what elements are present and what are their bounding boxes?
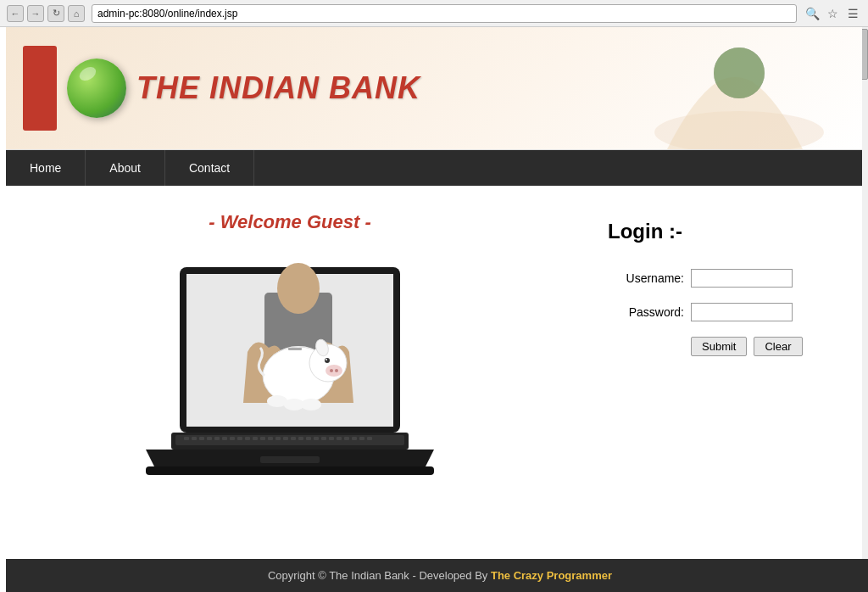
svg-point-13	[335, 369, 338, 372]
footer-text: Copyright © The Indian Bank - Developed …	[268, 569, 491, 582]
svg-point-11	[326, 365, 342, 377]
site-wrapper: THE INDIAN BANK Home About Contact - Wel…	[6, 27, 862, 587]
svg-rect-46	[359, 437, 364, 440]
forward-button[interactable]: →	[27, 5, 44, 22]
svg-rect-33	[260, 437, 265, 440]
password-input[interactable]	[691, 303, 793, 321]
svg-rect-47	[367, 437, 372, 440]
password-label: Password:	[608, 305, 684, 319]
svg-rect-25	[199, 437, 204, 440]
svg-rect-37	[291, 437, 296, 440]
svg-rect-28	[222, 437, 227, 440]
svg-rect-40	[314, 437, 319, 440]
menu-icon[interactable]: ☰	[844, 5, 861, 22]
svg-rect-27	[214, 437, 220, 440]
svg-point-14	[325, 358, 330, 363]
star-icon[interactable]: ☆	[824, 5, 841, 22]
svg-rect-39	[306, 437, 311, 440]
username-row: Username:	[608, 269, 828, 288]
logo-title: THE INDIAN BANK	[136, 70, 420, 106]
address-bar[interactable]	[92, 4, 797, 23]
footer-link[interactable]: The Crazy Programmer	[491, 569, 612, 582]
svg-rect-32	[253, 437, 258, 440]
logo-red-accent	[23, 46, 57, 131]
logo-globe	[67, 59, 126, 118]
username-label: Username:	[608, 271, 684, 285]
main-content: - Welcome Guest -	[6, 186, 862, 559]
navigation-bar: Home About Contact	[6, 150, 862, 186]
form-buttons: Submit Clear	[691, 337, 828, 356]
svg-rect-38	[298, 437, 303, 440]
home-button[interactable]: ⌂	[68, 5, 85, 22]
clear-button[interactable]: Clear	[754, 337, 802, 356]
svg-rect-49	[260, 456, 320, 463]
svg-rect-44	[344, 437, 349, 440]
login-title: Login :-	[608, 220, 828, 243]
site-header: THE INDIAN BANK	[6, 27, 862, 150]
left-section: - Welcome Guest -	[6, 203, 574, 542]
svg-rect-48	[146, 466, 434, 475]
svg-rect-29	[230, 437, 235, 440]
back-button[interactable]: ←	[7, 5, 24, 22]
browser-toolbar: ← → ↻ ⌂ 🔍 ☆ ☰	[0, 0, 868, 27]
svg-rect-31	[245, 437, 250, 440]
svg-rect-17	[288, 348, 302, 350]
nav-item-contact[interactable]: Contact	[165, 150, 254, 186]
username-input[interactable]	[691, 269, 793, 288]
nav-item-about[interactable]: About	[86, 150, 165, 186]
svg-rect-42	[329, 437, 334, 440]
laptop-illustration	[129, 250, 451, 513]
svg-point-15	[326, 359, 327, 360]
svg-rect-45	[352, 437, 357, 440]
password-row: Password:	[608, 303, 828, 321]
logo-area: THE INDIAN BANK	[23, 46, 420, 131]
svg-rect-30	[237, 437, 242, 440]
refresh-button[interactable]: ↻	[47, 5, 64, 22]
laptop-svg	[129, 250, 451, 513]
submit-button[interactable]: Submit	[691, 337, 747, 356]
search-icon[interactable]: 🔍	[804, 5, 821, 22]
welcome-text: - Welcome Guest -	[209, 211, 371, 233]
svg-point-7	[277, 263, 320, 314]
logo-hands-illustration	[633, 31, 845, 149]
svg-rect-35	[275, 437, 281, 440]
svg-point-20	[301, 399, 321, 410]
nav-item-home[interactable]: Home	[6, 150, 86, 186]
svg-rect-43	[337, 437, 342, 440]
site-footer: Copyright © The Indian Bank - Developed …	[6, 559, 868, 592]
svg-rect-41	[321, 437, 326, 440]
svg-rect-34	[268, 437, 273, 440]
svg-rect-36	[283, 437, 288, 440]
svg-point-2	[714, 47, 765, 98]
svg-rect-24	[192, 437, 197, 440]
svg-rect-23	[184, 437, 189, 440]
right-section: Login :- Username: Password: Submit Clea…	[574, 203, 862, 542]
svg-rect-26	[207, 437, 212, 440]
svg-point-12	[330, 369, 333, 372]
